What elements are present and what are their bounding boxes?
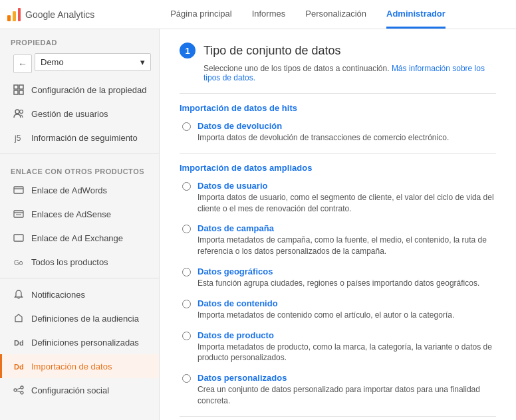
radio-label-personalizados: Datos personalizados [197,373,496,383]
svg-text:Dd: Dd [14,363,24,371]
svg-point-8 [20,110,23,114]
sidebar-item-adexchange[interactable]: Enlace de Ad Exchange [0,226,159,250]
radio-devolucion[interactable] [182,122,191,131]
sidebar-item-notificaciones[interactable]: Notificaciones [0,282,159,306]
svg-rect-5 [14,90,18,94]
svg-point-7 [15,110,19,114]
logo-text: Google Analytics [25,9,94,20]
sidebar-item-label: Importación de datos [31,362,112,371]
radio-desc-producto: Importa metadatos de producto, como la m… [197,342,496,364]
svg-rect-2 [18,8,21,21]
svg-line-23 [17,391,21,392]
property-section-label: PROPIEDAD [0,29,159,49]
svg-point-21 [21,391,23,394]
sidebar-item-audiencia[interactable]: Definiciones de la audiencia [0,306,159,330]
divider1 [0,154,159,154]
radio-label-contenido: Datos de contenido [197,298,454,308]
sidebar-item-definiciones-personalizadas[interactable]: Dd Definiciones personalizadas [0,330,159,354]
sidebar-item-adsense[interactable]: Enlaces de AdSense [0,202,159,226]
radio-group-ampliados: Datos de usuario Importa datos de usuari… [180,181,496,407]
sidebar-item-label: Definiciones de la audiencia [31,314,139,324]
divider-ampliados [180,153,496,154]
section2-label: ENLACE CON OTROS PRODUCTOS [0,158,159,178]
svg-rect-0 [7,15,11,21]
main-nav: Página principal Informes Personalizació… [100,0,516,29]
sidebar-item-label: Enlace de Ad Exchange [31,233,123,243]
sidebar-item-config-social[interactable]: Configuración social [0,378,159,402]
divider2 [0,278,159,278]
radio-option-contenido: Datos de contenido Importa metadatos de … [182,298,496,321]
sidebar-item-config-propiedad[interactable]: Configuración de la propiedad [0,78,159,102]
property-dropdown[interactable]: Demo ▾ [35,53,151,71]
sidebar-item-gestion-usuarios[interactable]: Gestión de usuarios [0,102,159,126]
radio-personalizados[interactable] [182,374,191,383]
radio-option-devolucion: Datos de devolución Importa datos de dev… [182,121,496,144]
radio-campana[interactable] [182,225,191,233]
sidebar-item-label: Configuración de la propiedad [31,85,146,95]
tab-personalizacion[interactable]: Personalización [305,0,366,29]
radio-contenido[interactable] [182,300,191,308]
sidebar-item-label: Enlaces de AdSense [31,209,111,219]
svg-rect-15 [14,235,23,241]
radio-group-hits: Datos de devolución Importa datos de dev… [180,121,496,144]
tab-administrador[interactable]: Administrador [386,0,446,29]
sidebar-item-label: Gestión de usuarios [31,109,108,119]
svg-rect-1 [13,11,16,21]
property-selected: Demo [41,57,64,67]
sidebar-item-label: Todos los productos [31,257,108,267]
back-button[interactable]: ← [13,54,32,73]
sidebar: PROPIEDAD ← Demo ▾ Configuración de la p… [0,29,160,420]
svg-line-22 [17,388,21,389]
audience-icon [13,312,25,324]
step-subtitle: Seleccione uno de los tipos de datos a c… [180,64,496,82]
radio-desc-personalizados: Crea un conjunto de datos personalizado … [197,384,496,407]
sidebar-item-importacion-datos[interactable]: Dd Importación de datos [0,354,159,378]
step-title: Tipo de conjunto de datos [203,44,340,58]
radio-desc-devolucion: Importa datos de devolución de transacci… [197,132,449,144]
radio-option-producto: Datos de producto Importa metadatos de p… [182,330,496,364]
radio-label-usuario: Datos de usuario [197,181,496,191]
radio-geograficos[interactable] [182,268,191,276]
back-icon: ← [18,58,27,69]
adsense-icon [13,208,25,220]
section-ampliados-title: Importación de datos ampliados [180,163,496,173]
radio-label-campana: Datos de campaña [197,223,496,233]
radio-option-campana: Datos de campaña Importa metadatos de ca… [182,223,496,257]
users-icon [13,108,25,120]
sidebar-item-info-seguimiento[interactable]: j5 Información de seguimiento [0,126,159,150]
step-number: 1 [180,43,195,58]
dropdown-arrow-icon: ▾ [140,57,145,67]
svg-text:j5: j5 [14,134,21,143]
divider-resumen [180,416,496,417]
radio-label-producto: Datos de producto [197,330,496,340]
svg-rect-12 [14,211,23,217]
main-layout: PROPIEDAD ← Demo ▾ Configuración de la p… [0,29,516,420]
radio-desc-usuario: Importa datos de usuario, como el segmen… [197,192,496,215]
radio-producto[interactable] [182,332,191,340]
sidebar-item-todos-productos[interactable]: Go Todos los productos [0,250,159,274]
notifications-icon [13,288,25,300]
svg-point-19 [14,389,17,391]
radio-desc-campana: Importa metadatos de campaña, como la fu… [197,235,496,257]
radio-option-geograficos: Datos geográficos Esta función agrupa ci… [182,266,496,289]
svg-rect-3 [14,85,18,89]
tab-pagina-principal[interactable]: Página principal [170,0,232,29]
import-icon: Dd [13,360,25,372]
ga-logo-icon [7,7,21,22]
tracking-icon: j5 [13,132,25,144]
adwords-icon [13,184,25,196]
radio-usuario[interactable] [182,182,191,191]
sidebar-item-label: Configuración social [31,385,109,395]
sidebar-item-adwords[interactable]: Enlace de AdWords [0,178,159,202]
property-config-icon [13,84,25,96]
sidebar-item-label: Enlace de AdWords [31,185,107,195]
social-icon [13,384,25,396]
tab-informes[interactable]: Informes [252,0,286,29]
step-header: 1 Tipo de conjunto de datos [180,43,496,58]
svg-text:Dd: Dd [14,339,24,347]
content-area: 1 Tipo de conjunto de datos Seleccione u… [160,29,516,420]
logo-area: Google Analytics [7,7,100,22]
radio-desc-geograficos: Esta función agrupa ciudades, regiones o… [197,278,479,289]
svg-text:Go: Go [14,259,23,266]
sidebar-item-label: Definiciones personalizadas [31,338,139,348]
